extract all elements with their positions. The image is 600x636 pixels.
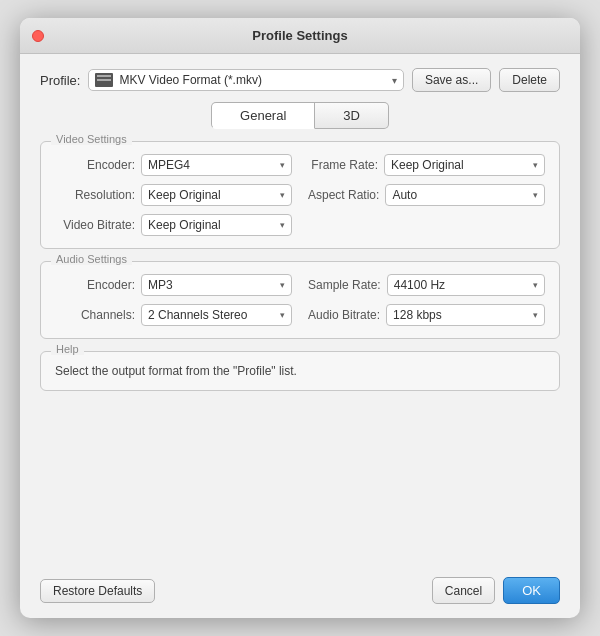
audio-bitrate-select[interactable]: 128 kbps ▾ bbox=[386, 304, 545, 326]
video-bitrate-arrow: ▾ bbox=[280, 220, 285, 230]
resolution-field: Resolution: Keep Original ▾ bbox=[55, 184, 292, 206]
audio-bitrate-field: Audio Bitrate: 128 kbps ▾ bbox=[308, 304, 545, 326]
profile-selected-value: MKV Video Format (*.mkv) bbox=[119, 73, 385, 87]
channels-field: Channels: 2 Channels Stereo ▾ bbox=[55, 304, 292, 326]
tab-general[interactable]: General bbox=[211, 102, 315, 129]
channels-label: Channels: bbox=[55, 308, 135, 322]
video-settings-grid: Encoder: MPEG4 ▾ Frame Rate: Keep Origin… bbox=[55, 154, 545, 236]
audio-settings-grid: Encoder: MP3 ▾ Sample Rate: 44100 Hz ▾ bbox=[55, 274, 545, 326]
audio-encoder-arrow: ▾ bbox=[280, 280, 285, 290]
channels-value: 2 Channels Stereo bbox=[148, 308, 247, 322]
video-bitrate-select[interactable]: Keep Original ▾ bbox=[141, 214, 292, 236]
profile-row: Profile: MKV Video Format (*.mkv) ▾ Save… bbox=[40, 68, 560, 92]
encoder-value: MPEG4 bbox=[148, 158, 190, 172]
sample-rate-field: Sample Rate: 44100 Hz ▾ bbox=[308, 274, 545, 296]
audio-encoder-select[interactable]: MP3 ▾ bbox=[141, 274, 292, 296]
audio-bitrate-value: 128 kbps bbox=[393, 308, 442, 322]
aspect-ratio-arrow: ▾ bbox=[533, 190, 538, 200]
frame-rate-value: Keep Original bbox=[391, 158, 464, 172]
encoder-select[interactable]: MPEG4 ▾ bbox=[141, 154, 292, 176]
sample-rate-label: Sample Rate: bbox=[308, 278, 381, 292]
encoder-label: Encoder: bbox=[55, 158, 135, 172]
close-button[interactable] bbox=[32, 30, 44, 42]
resolution-label: Resolution: bbox=[55, 188, 135, 202]
resolution-value: Keep Original bbox=[148, 188, 221, 202]
frame-rate-select[interactable]: Keep Original ▾ bbox=[384, 154, 545, 176]
video-settings-title: Video Settings bbox=[51, 133, 132, 145]
video-settings-section: Video Settings Encoder: MPEG4 ▾ Frame Ra… bbox=[40, 141, 560, 249]
title-bar: Profile Settings bbox=[20, 18, 580, 54]
channels-arrow: ▾ bbox=[280, 310, 285, 320]
frame-rate-field: Frame Rate: Keep Original ▾ bbox=[308, 154, 545, 176]
audio-encoder-field: Encoder: MP3 ▾ bbox=[55, 274, 292, 296]
audio-bitrate-label: Audio Bitrate: bbox=[308, 308, 380, 322]
profile-select[interactable]: MKV Video Format (*.mkv) ▾ bbox=[88, 69, 403, 91]
encoder-field: Encoder: MPEG4 ▾ bbox=[55, 154, 292, 176]
encoder-arrow: ▾ bbox=[280, 160, 285, 170]
aspect-ratio-field: Aspect Ratio: Auto ▾ bbox=[308, 184, 545, 206]
frame-rate-label: Frame Rate: bbox=[308, 158, 378, 172]
audio-encoder-value: MP3 bbox=[148, 278, 173, 292]
sample-rate-select[interactable]: 44100 Hz ▾ bbox=[387, 274, 545, 296]
save-as-button[interactable]: Save as... bbox=[412, 68, 491, 92]
window-title: Profile Settings bbox=[252, 28, 347, 43]
frame-rate-arrow: ▾ bbox=[533, 160, 538, 170]
profile-settings-window: Profile Settings Profile: MKV Video Form… bbox=[20, 18, 580, 618]
audio-settings-title: Audio Settings bbox=[51, 253, 132, 265]
profile-label: Profile: bbox=[40, 73, 80, 88]
help-text: Select the output format from the "Profi… bbox=[55, 364, 545, 378]
audio-bitrate-arrow: ▾ bbox=[533, 310, 538, 320]
audio-settings-section: Audio Settings Encoder: MP3 ▾ Sample Rat… bbox=[40, 261, 560, 339]
video-bitrate-label: Video Bitrate: bbox=[55, 218, 135, 232]
bottom-bar: Restore Defaults Cancel OK bbox=[20, 567, 580, 618]
tab-3d[interactable]: 3D bbox=[315, 102, 389, 129]
delete-button[interactable]: Delete bbox=[499, 68, 560, 92]
tabs-row: General 3D bbox=[40, 102, 560, 129]
cancel-button[interactable]: Cancel bbox=[432, 577, 495, 604]
right-buttons: Cancel OK bbox=[432, 577, 560, 604]
mkv-icon bbox=[95, 73, 113, 87]
audio-encoder-label: Encoder: bbox=[55, 278, 135, 292]
resolution-arrow: ▾ bbox=[280, 190, 285, 200]
sample-rate-value: 44100 Hz bbox=[394, 278, 445, 292]
sample-rate-arrow: ▾ bbox=[533, 280, 538, 290]
resolution-select[interactable]: Keep Original ▾ bbox=[141, 184, 292, 206]
aspect-ratio-select[interactable]: Auto ▾ bbox=[385, 184, 545, 206]
help-section: Help Select the output format from the "… bbox=[40, 351, 560, 391]
video-bitrate-field: Video Bitrate: Keep Original ▾ bbox=[55, 214, 292, 236]
video-bitrate-value: Keep Original bbox=[148, 218, 221, 232]
restore-defaults-button[interactable]: Restore Defaults bbox=[40, 579, 155, 603]
aspect-ratio-label: Aspect Ratio: bbox=[308, 188, 379, 202]
channels-select[interactable]: 2 Channels Stereo ▾ bbox=[141, 304, 292, 326]
ok-button[interactable]: OK bbox=[503, 577, 560, 604]
profile-dropdown-arrow: ▾ bbox=[392, 75, 397, 86]
main-content: Profile: MKV Video Format (*.mkv) ▾ Save… bbox=[20, 54, 580, 567]
help-title: Help bbox=[51, 343, 84, 355]
aspect-ratio-value: Auto bbox=[392, 188, 417, 202]
